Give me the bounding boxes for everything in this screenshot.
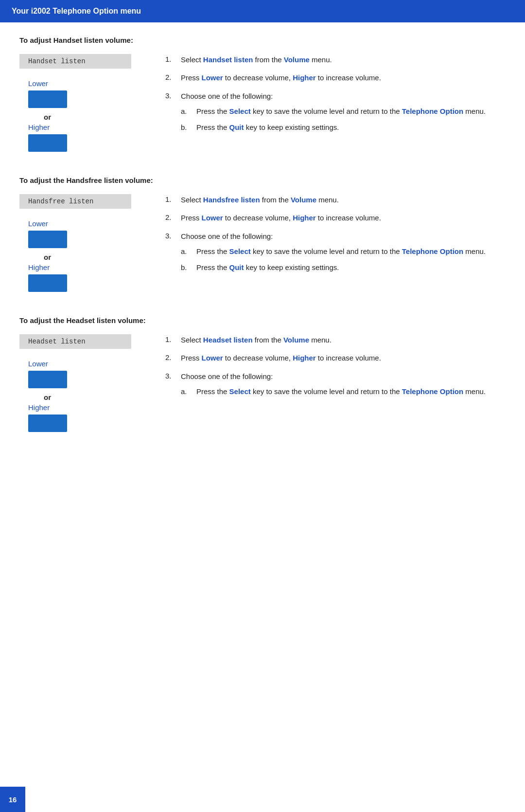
header-title: Your i2002 Telephone Option menu (12, 7, 141, 15)
handsfree-menu-display: Handsfree listen (19, 194, 131, 209)
page-number-bar: 16 (0, 787, 25, 812)
headset-menu-display: Headset listen (19, 334, 131, 349)
handsfree-substep-a: a. Press the Select key to save the volu… (181, 246, 486, 257)
handset-or-text: or (44, 113, 51, 121)
handsfree-substep-b: b. Press the Quit key to keep existing s… (181, 262, 486, 273)
page-number: 16 (9, 795, 17, 804)
handset-sub-list: a. Press the Select key to save the volu… (181, 106, 486, 133)
handset-step-2: 2. Press Lower to decrease volume, Highe… (165, 72, 506, 83)
section-headset-body: Headset listen Lower or Higher 1. Select… (19, 334, 506, 437)
handset-higher-label: Higher (28, 123, 50, 131)
handsfree-or-text: or (44, 253, 51, 261)
handsfree-step-2: 2. Press Lower to decrease volume, Highe… (165, 212, 506, 223)
handset-substep-a: a. Press the Select key to save the volu… (181, 106, 486, 117)
handset-lower-label: Lower (28, 79, 48, 88)
handsfree-sub-list: a. Press the Select key to save the volu… (181, 246, 486, 273)
headset-step-3: 3. Choose one of the following: a. Press… (165, 371, 506, 402)
handset-substep-b: b. Press the Quit key to keep existing s… (181, 122, 486, 133)
headset-higher-button[interactable] (28, 415, 67, 432)
headset-substep-a: a. Press the Select key to save the volu… (181, 386, 486, 397)
page-content: To adjust Handset listen volume: Handset… (0, 36, 525, 486)
handsfree-step-1: 1. Select Handsfree listen from the Volu… (165, 194, 506, 205)
headset-left-panel: Headset listen Lower or Higher (19, 334, 146, 437)
section-handsfree-body: Handsfree listen Lower or Higher 1. Sele… (19, 194, 506, 297)
section-handsfree-heading: To adjust the Handsfree listen volume: (19, 176, 506, 184)
handsfree-steps-list: 1. Select Handsfree listen from the Volu… (165, 194, 506, 278)
handsfree-left-panel: Handsfree listen Lower or Higher (19, 194, 146, 297)
handsfree-step-3: 3. Choose one of the following: a. Press… (165, 231, 506, 278)
section-headset: To adjust the Headset listen volume: Hea… (19, 316, 506, 437)
handset-right-panel: 1. Select Handset listen from the Volume… (165, 54, 506, 144)
handset-lower-button[interactable] (28, 90, 67, 108)
handsfree-higher-button[interactable] (28, 274, 67, 292)
section-handset: To adjust Handset listen volume: Handset… (19, 36, 506, 157)
headset-sub-list: a. Press the Select key to save the volu… (181, 386, 486, 397)
headset-lower-button[interactable] (28, 371, 67, 388)
headset-step-2: 2. Press Lower to decrease volume, Highe… (165, 352, 506, 363)
headset-step-1: 1. Select Headset listen from the Volume… (165, 334, 506, 345)
section-headset-heading: To adjust the Headset listen volume: (19, 316, 506, 325)
handset-step-3: 3. Choose one of the following: a. Press… (165, 90, 506, 138)
handsfree-right-panel: 1. Select Handsfree listen from the Volu… (165, 194, 506, 285)
handsfree-lower-label: Lower (28, 219, 48, 228)
handsfree-higher-label: Higher (28, 263, 50, 271)
section-handset-heading: To adjust Handset listen volume: (19, 36, 506, 44)
headset-lower-label: Lower (28, 360, 48, 368)
handset-higher-button[interactable] (28, 134, 67, 152)
headset-higher-label: Higher (28, 403, 50, 412)
section-handsfree: To adjust the Handsfree listen volume: H… (19, 176, 506, 297)
headset-right-panel: 1. Select Headset listen from the Volume… (165, 334, 506, 409)
handset-left-panel: Handset listen Lower or Higher (19, 54, 146, 157)
section-handset-body: Handset listen Lower or Higher 1. Select… (19, 54, 506, 157)
header-bar: Your i2002 Telephone Option menu (0, 0, 525, 22)
handset-menu-display: Handset listen (19, 54, 131, 69)
handset-step-1: 1. Select Handset listen from the Volume… (165, 54, 506, 65)
headset-steps-list: 1. Select Headset listen from the Volume… (165, 334, 506, 402)
handsfree-lower-button[interactable] (28, 231, 67, 248)
handset-steps-list: 1. Select Handset listen from the Volume… (165, 54, 506, 138)
headset-or-text: or (44, 393, 51, 401)
